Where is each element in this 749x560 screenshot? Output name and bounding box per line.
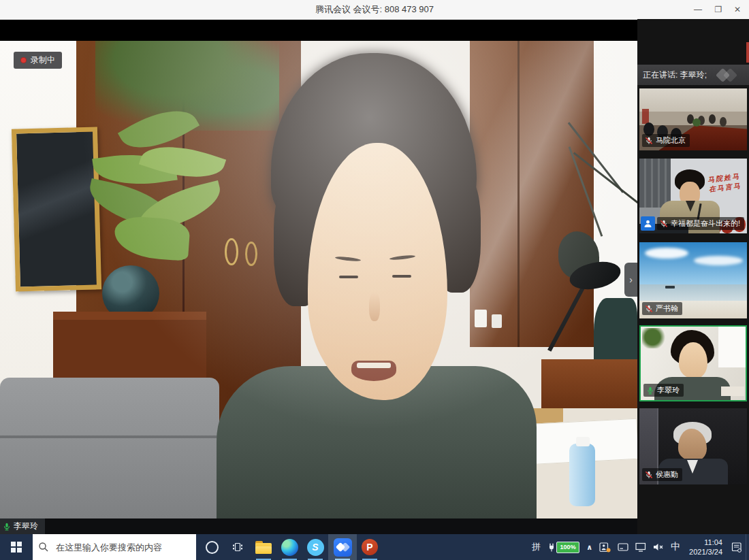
clock-time: 11:04: [704, 538, 722, 547]
dried-branches: [531, 150, 633, 320]
battery-icon: 100%: [556, 542, 579, 553]
restore-button[interactable]: ❐: [708, 0, 729, 19]
sidebar-collapse-handle[interactable]: ›: [624, 263, 637, 297]
show-desktop-button[interactable]: [746, 534, 749, 560]
teeth: [357, 363, 391, 368]
ethernet-monitor-icon: [635, 542, 646, 552]
edge-icon: [281, 539, 298, 556]
mic-muted-icon: [645, 305, 653, 313]
main-speaker-label: 李翠玲: [0, 518, 45, 534]
tencent-meeting-window: 腾讯会议 会议号: 808 473 907 — ❐ ✕: [0, 0, 749, 560]
eye-left: [339, 276, 358, 278]
nose-shadow: [369, 293, 380, 321]
mic-muted-icon: [645, 471, 653, 479]
file-explorer-button[interactable]: [251, 534, 276, 560]
bottle-cap: [576, 437, 590, 446]
participant-name: 侯惠勤: [656, 470, 678, 480]
cortana-icon: [206, 541, 219, 554]
powerpoint-button[interactable]: P: [357, 534, 383, 560]
participant-name-tag: 幸福都是奋斗出来的!: [657, 217, 744, 230]
profile-badge: [641, 216, 655, 231]
now-speaking-text: 正在讲话: 李翠玲;: [643, 69, 707, 81]
main-video-feed[interactable]: 录制中 ›: [0, 41, 637, 518]
search-input[interactable]: [54, 542, 191, 553]
white-cup: [492, 314, 502, 328]
sofa-seam: [0, 435, 219, 438]
task-view-button[interactable]: [225, 534, 251, 560]
mic-muted-icon: [645, 137, 653, 145]
network-tray-icon[interactable]: [632, 534, 650, 560]
participant-name: 幸福都是奋斗出来的!: [671, 218, 740, 229]
person-icon: [643, 219, 652, 228]
main-speaker-name: 李翠玲: [14, 521, 38, 532]
taskbar-search[interactable]: [33, 534, 196, 560]
ship: [665, 286, 675, 289]
powerpoint-icon: P: [362, 539, 378, 555]
folder-icon: [255, 541, 272, 554]
action-center-icon: [731, 542, 742, 553]
white-pot: [475, 310, 487, 327]
sidebar-scrollbar[interactable]: [746, 42, 749, 63]
plug-icon: [548, 543, 555, 552]
search-icon: [38, 542, 49, 553]
tencent-meeting-button[interactable]: [328, 534, 357, 560]
participant-tile-4-active-speaker[interactable]: 李翠玲: [639, 325, 747, 401]
now-speaking-banner: 正在讲话: 李翠玲;: [637, 65, 749, 85]
gray-sofa: [0, 378, 219, 518]
start-button[interactable]: [0, 534, 33, 560]
contact-badge-icon: [599, 542, 611, 553]
participant-tile-5[interactable]: 侯惠勤: [639, 408, 747, 484]
participant-tile-3[interactable]: 严书翰: [639, 242, 747, 318]
windows-logo-icon: [11, 542, 22, 553]
cabinet-handle-2: [245, 242, 257, 266]
volume-muted-tray-icon[interactable]: [650, 534, 667, 560]
participant-name-tag: 严书翰: [642, 302, 682, 315]
system-tray: 拼 100% ∧ 中: [528, 534, 749, 560]
windows-taskbar: S P 拼 100%: [0, 534, 749, 560]
participant-tile-1[interactable]: 马院北京: [639, 88, 747, 150]
tencent-meeting-icon: [334, 538, 352, 557]
chevron-right-icon: ›: [629, 274, 633, 285]
edge-button[interactable]: [276, 534, 302, 560]
device-card-icon: [618, 543, 628, 551]
window-title: 腾讯会议 会议号: 808 473 907: [0, 0, 749, 19]
main-speaker-bar: 李翠玲: [0, 518, 637, 534]
s-app-icon: S: [307, 539, 324, 556]
touchpad-tray-icon[interactable]: [614, 534, 632, 560]
action-center-button[interactable]: [728, 534, 746, 560]
recording-badge[interactable]: 录制中: [14, 52, 62, 69]
task-view-icon: [232, 542, 243, 552]
mic-muted-icon: [660, 220, 668, 228]
speaker-muted-icon: [653, 543, 664, 551]
recording-label: 录制中: [31, 54, 55, 66]
participants-sidebar: 正在讲话: 李翠玲;: [637, 19, 749, 534]
notification-app-tray-icon[interactable]: [596, 534, 614, 560]
hidden-icons-button[interactable]: ∧: [583, 534, 596, 560]
cabinet-handle: [225, 238, 238, 265]
eye-right: [392, 275, 411, 278]
record-dot-icon: [20, 57, 27, 63]
title-bar: 腾讯会议 会议号: 808 473 907 — ❐ ✕: [0, 0, 749, 20]
taskbar-clock[interactable]: 11:04 2021/3/24: [684, 538, 728, 557]
cortana-button[interactable]: [199, 534, 225, 560]
blue-bottle: [569, 444, 595, 506]
power-battery-indicator[interactable]: 100%: [545, 534, 583, 560]
ime-pinyin-indicator[interactable]: 拼: [528, 534, 545, 560]
mic-active-icon: [3, 523, 11, 531]
cabinet-seam-right: [517, 41, 520, 347]
meeting-logo-watermark-icon: [716, 69, 744, 81]
participant-tile-2[interactable]: 马院姓马 在马言马 幸福都是奋斗出来的!: [639, 159, 747, 233]
ime-language-indicator[interactable]: 中: [667, 534, 684, 560]
close-button[interactable]: ✕: [727, 0, 748, 19]
participant-name: 李翠玲: [657, 385, 680, 395]
participant-name-tag: 李翠玲: [643, 384, 684, 397]
s-app-button[interactable]: S: [302, 534, 328, 560]
minimize-button[interactable]: —: [688, 0, 708, 19]
participant-name-tag: 马院北京: [642, 134, 690, 147]
participant-name: 严书翰: [656, 303, 678, 314]
clock-date: 2021/3/24: [689, 547, 722, 557]
mic-active-icon: [646, 386, 654, 395]
participant-name: 马院北京: [656, 135, 686, 146]
participant-name-tag: 侯惠勤: [642, 468, 682, 481]
